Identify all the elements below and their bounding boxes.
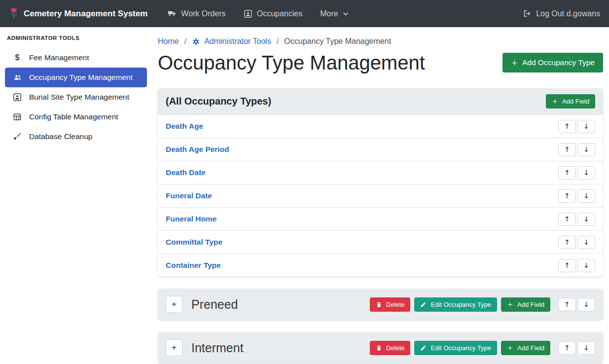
tulip-logo-icon: [9, 7, 19, 20]
edit-occupancy-type-button[interactable]: Edit Occupancy Type: [414, 297, 497, 312]
field-link[interactable]: Committal Type: [166, 238, 222, 247]
section-title: Interment: [191, 341, 244, 355]
all-occupancy-types-header: (All Occupancy Types) Add Field: [158, 88, 603, 114]
move-down-button[interactable]: ↓: [577, 189, 595, 203]
nav-right: Log Out d.gowans: [522, 9, 600, 18]
sidebar-item-label: Occupancy Type Management: [29, 73, 133, 82]
reorder-controls: ↑ ↓: [558, 341, 595, 355]
add-field-label: Add Field: [517, 344, 544, 352]
plus-icon: [507, 301, 513, 308]
reorder-controls: ↑ ↓: [558, 213, 595, 226]
delete-label: Delete: [386, 344, 405, 352]
delete-button[interactable]: Delete: [370, 341, 411, 355]
gear-icon: [192, 37, 200, 46]
move-up-button[interactable]: ↑: [558, 143, 576, 156]
truck-icon: [167, 9, 177, 18]
nav-more-label: More: [320, 9, 338, 18]
move-down-button[interactable]: ↓: [577, 120, 595, 133]
plus-icon: [552, 98, 558, 105]
sidebar-item-database-cleanup[interactable]: Database Cleanup: [5, 127, 147, 146]
section-actions: Delete Edit Occupancy Type Add Field ↑ ↓: [370, 341, 595, 355]
breadcrumb-admin-tools[interactable]: Administrator Tools: [192, 37, 271, 46]
reorder-controls: ↑ ↓: [558, 189, 595, 203]
trash-icon: [376, 345, 382, 351]
page-layout: ADMINISTRATOR TOOLS $ Fee Management Occ…: [0, 27, 609, 364]
sidebar-item-label: Database Cleanup: [29, 132, 92, 141]
move-up-button[interactable]: ↑: [558, 120, 576, 133]
sections: + Preneed Delete Edit Occupancy Type Add…: [158, 289, 603, 364]
expand-button[interactable]: +: [166, 296, 182, 313]
field-link[interactable]: Death Date: [166, 168, 206, 177]
dollar-icon: $: [12, 54, 23, 62]
field-link[interactable]: Container Type: [166, 261, 221, 270]
move-up-button[interactable]: ↑: [558, 213, 576, 226]
field-row: Death Age Period ↑ ↓: [158, 138, 603, 161]
reorder-controls: ↑ ↓: [558, 166, 595, 180]
move-down-button[interactable]: ↓: [577, 166, 595, 180]
sidebar-item-burial-site-type-management[interactable]: Burial Site Type Management: [5, 87, 147, 107]
field-link[interactable]: Funeral Home: [166, 215, 216, 223]
move-down-button[interactable]: ↓: [577, 213, 595, 226]
add-occupancy-type-button[interactable]: Add Occupancy Type: [502, 53, 603, 73]
page-title: Occupancy Type Management: [158, 51, 425, 74]
sidebar: ADMINISTRATOR TOOLS $ Fee Management Occ…: [0, 27, 152, 364]
move-down-button[interactable]: ↓: [577, 259, 595, 272]
edit-occupancy-type-button[interactable]: Edit Occupancy Type: [414, 341, 497, 355]
add-field-label: Add Field: [517, 301, 544, 308]
field-row: Committal Type ↑ ↓: [158, 230, 603, 254]
move-down-button[interactable]: ↓: [577, 143, 595, 156]
field-list: Death Age ↑ ↓ Death Age Period ↑ ↓ Death…: [158, 114, 603, 277]
move-up-button[interactable]: ↑: [558, 236, 576, 249]
reorder-controls: ↑ ↓: [558, 298, 595, 311]
move-up-button[interactable]: ↑: [558, 341, 576, 355]
sidebar-item-occupancy-type-management[interactable]: Occupancy Type Management: [5, 68, 147, 87]
nav-occupancies-label: Occupancies: [257, 9, 303, 18]
move-up-button[interactable]: ↑: [558, 189, 576, 203]
sidebar-item-label: Config Table Management: [29, 112, 118, 121]
move-up-button[interactable]: ↑: [558, 166, 576, 180]
field-row: Funeral Date ↑ ↓: [158, 184, 603, 207]
move-down-button[interactable]: ↓: [577, 298, 595, 311]
nav-work-orders-label: Work Orders: [181, 9, 225, 18]
sidebar-item-label: Fee Management: [29, 53, 89, 62]
field-link[interactable]: Death Age Period: [166, 145, 229, 154]
table-icon: [12, 112, 23, 121]
field-row: Container Type ↑ ↓: [158, 254, 603, 277]
reorder-controls: ↑ ↓: [558, 120, 595, 133]
nav-more[interactable]: More: [320, 9, 348, 18]
section-preneed: + Preneed Delete Edit Occupancy Type Add…: [158, 289, 603, 320]
field-link[interactable]: Death Age: [166, 122, 203, 131]
nav-occupancies[interactable]: Occupancies: [244, 9, 303, 18]
breadcrumb-separator: /: [184, 37, 186, 46]
plus-icon: [511, 59, 518, 67]
plus-icon: [507, 345, 513, 351]
move-up-button[interactable]: ↑: [558, 259, 576, 272]
reorder-controls: ↑ ↓: [558, 143, 595, 156]
field-row: Death Age ↑ ↓: [158, 114, 603, 138]
sidebar-item-fee-management[interactable]: $ Fee Management: [5, 48, 147, 68]
delete-button[interactable]: Delete: [370, 297, 411, 312]
move-down-button[interactable]: ↓: [577, 236, 595, 249]
sidebar-item-label: Burial Site Type Management: [29, 93, 129, 102]
title-row: Occupancy Type Management Add Occupancy …: [158, 51, 603, 74]
move-down-button[interactable]: ↓: [577, 341, 595, 355]
move-up-button[interactable]: ↑: [558, 298, 576, 311]
logout-link[interactable]: Log Out d.gowans: [522, 9, 600, 18]
burial-site-icon: [12, 93, 23, 102]
section-interment: + Interment Delete Edit Occupancy Type A…: [158, 332, 603, 364]
breadcrumb-admin-tools-label: Administrator Tools: [204, 37, 271, 46]
sidebar-item-config-table-management[interactable]: Config Table Management: [5, 107, 147, 127]
add-field-button[interactable]: Add Field: [546, 94, 595, 109]
breadcrumb-current: Occupancy Type Management: [284, 37, 391, 46]
add-field-button[interactable]: Add Field: [501, 341, 550, 355]
pencil-icon: [420, 301, 427, 308]
add-field-button[interactable]: Add Field: [501, 297, 550, 312]
breadcrumb-home[interactable]: Home: [158, 37, 179, 46]
edit-occupancy-type-label: Edit Occupancy Type: [430, 344, 491, 352]
expand-button[interactable]: +: [166, 339, 182, 356]
nav-work-orders[interactable]: Work Orders: [167, 9, 225, 18]
breadcrumb-home-label: Home: [158, 37, 179, 46]
field-link[interactable]: Funeral Date: [166, 191, 212, 200]
app-title: Cemetery Management System: [24, 9, 147, 19]
all-occupancy-types-title: (All Occupancy Types): [166, 96, 271, 107]
